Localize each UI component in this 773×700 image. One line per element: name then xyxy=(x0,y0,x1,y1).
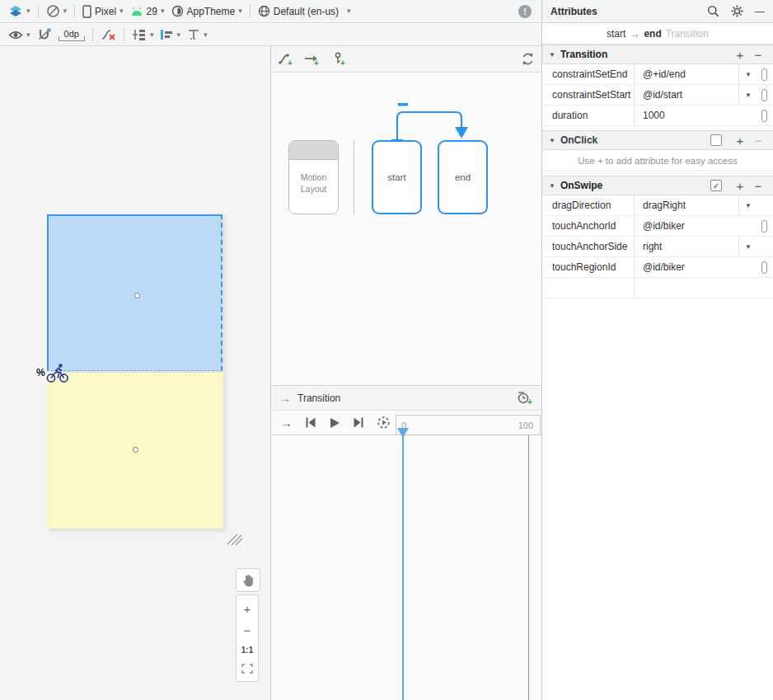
start-state-node[interactable]: start xyxy=(372,140,422,214)
motion-layout-node[interactable]: Motion Layout xyxy=(288,140,339,214)
end-state-node[interactable]: end xyxy=(438,140,488,214)
add-attribute-button[interactable]: + xyxy=(733,134,747,147)
clear-constraints-button[interactable] xyxy=(97,26,119,43)
collapse-triangle-icon[interactable]: ▼ xyxy=(549,51,555,59)
theme-selector[interactable]: AppTheme ▾ xyxy=(168,3,246,19)
attr-row-touchAnchorSide: touchAnchorSide right ▼ xyxy=(542,237,773,257)
timeline-ruler[interactable]: 0 100 xyxy=(396,415,541,435)
add-keyframe-button[interactable]: + xyxy=(517,391,533,406)
dropdown-caret-icon[interactable]: ▼ xyxy=(738,237,757,256)
zoom-fit-button[interactable] xyxy=(241,664,253,674)
zoom-actual-button[interactable]: 1:1 xyxy=(241,646,253,655)
onswipe-enabled-checkbox[interactable]: ✓ xyxy=(710,180,722,191)
dropdown-caret-icon[interactable]: ▼ xyxy=(738,85,757,105)
toolbar-separator xyxy=(124,28,124,41)
default-margins-button[interactable]: 0dp xyxy=(55,27,88,43)
zoom-out-button[interactable]: − xyxy=(244,624,251,637)
attr-value[interactable]: 1000 xyxy=(635,106,757,125)
align-button[interactable]: ▾ xyxy=(157,27,184,42)
collapse-triangle-icon[interactable]: ▼ xyxy=(549,137,555,144)
orientation-selector[interactable]: ▾ xyxy=(43,2,71,20)
attr-row-constraintSetStart: constraintSetStart @id/start ▼ xyxy=(542,85,773,106)
biker-widget[interactable] xyxy=(46,364,70,383)
end-constraint-view[interactable] xyxy=(47,373,223,529)
guidelines-icon xyxy=(187,29,200,40)
minimize-button[interactable]: — xyxy=(755,6,765,17)
orientation-icon xyxy=(46,4,60,18)
device-label: Pixel xyxy=(95,6,116,17)
resource-flag-icon xyxy=(761,220,767,233)
center-anchor-dot xyxy=(133,447,138,453)
collapse-triangle-icon[interactable]: ▼ xyxy=(549,182,555,190)
attr-value[interactable]: @+id/end xyxy=(635,64,738,84)
design-surface-selector[interactable]: ▾ xyxy=(5,3,34,20)
chevron-down-icon: ▾ xyxy=(161,7,165,15)
section-title: Transition xyxy=(560,49,607,60)
resource-flag-button[interactable] xyxy=(757,85,771,105)
attr-value[interactable]: right xyxy=(635,237,738,256)
attr-value[interactable]: @id/start xyxy=(635,85,738,105)
tick-end-label: 100 xyxy=(518,420,533,430)
create-touch-handler-button[interactable]: + xyxy=(330,52,347,67)
selection-end: end xyxy=(644,28,661,40)
device-selector[interactable]: Pixel ▾ xyxy=(79,3,127,20)
onclick-enabled-checkbox[interactable] xyxy=(710,134,722,146)
section-header-onswipe[interactable]: ▼ OnSwipe ✓ + − xyxy=(542,176,773,195)
zoom-in-button[interactable]: + xyxy=(244,603,251,615)
create-constraint-set-button[interactable]: + xyxy=(278,52,294,67)
add-attribute-button[interactable]: + xyxy=(733,49,747,61)
section-header-onclick[interactable]: ▼ OnClick + − xyxy=(542,130,773,150)
guidelines-button[interactable]: ▾ xyxy=(184,27,211,42)
attr-value[interactable]: @id/biker xyxy=(635,216,757,236)
api-level-selector[interactable]: 29 ▾ xyxy=(127,4,168,19)
add-attribute-button[interactable]: + xyxy=(733,180,747,192)
hand-icon xyxy=(242,574,255,587)
dropdown-caret-icon[interactable]: ▼ xyxy=(738,64,757,84)
section-header-transition[interactable]: ▼ Transition + − xyxy=(542,45,773,64)
motion-editor-panel: + + + Motion Layout start end → xyxy=(271,46,541,700)
transition-arrow[interactable] xyxy=(386,97,485,145)
layers-icon xyxy=(8,5,23,18)
loop-mode-button[interactable] xyxy=(377,416,391,430)
section-title: OnSwipe xyxy=(560,180,602,191)
resource-flag-button[interactable] xyxy=(757,106,771,125)
svg-text:+: + xyxy=(288,59,293,67)
go-to-end-button[interactable]: → xyxy=(280,416,293,429)
align-icon xyxy=(160,29,173,40)
remove-attribute-button[interactable]: − xyxy=(752,49,765,61)
resource-flag-button[interactable] xyxy=(757,257,771,277)
pack-button[interactable]: ▾ xyxy=(129,26,157,43)
cycle-layout-button[interactable] xyxy=(521,52,535,66)
resource-flag-button[interactable] xyxy=(757,64,771,84)
create-transition-button[interactable]: + xyxy=(304,52,321,67)
dropdown-caret-icon[interactable]: ▼ xyxy=(738,195,757,215)
toolbar-separator xyxy=(38,5,39,18)
motion-layout-node-header xyxy=(289,141,338,160)
search-button[interactable] xyxy=(707,5,719,17)
view-options-button[interactable]: ▾ xyxy=(5,28,34,42)
resource-flag-button[interactable] xyxy=(757,216,771,236)
skip-to-start-button[interactable] xyxy=(305,417,316,428)
resource-flag-icon xyxy=(761,110,767,122)
gear-icon[interactable] xyxy=(731,5,743,17)
start-constraint-view[interactable] xyxy=(47,214,223,371)
play-button[interactable] xyxy=(329,417,340,429)
attr-value[interactable]: @id/biker xyxy=(635,257,757,277)
progress-percent-label: % xyxy=(36,367,45,378)
chevron-down-icon: ▾ xyxy=(238,7,242,15)
remove-attribute-button[interactable]: − xyxy=(752,134,765,147)
section-title: OnClick xyxy=(560,134,597,146)
attr-value[interactable]: dragRight xyxy=(635,195,738,215)
locale-label: Default (en-us) xyxy=(274,6,339,17)
center-anchor-dot xyxy=(134,293,140,298)
autoconnect-button[interactable] xyxy=(34,26,55,43)
canvas-resize-handle[interactable] xyxy=(226,531,244,546)
skip-to-end-button[interactable] xyxy=(353,417,364,428)
locale-selector[interactable]: Default (en-us) ▾ xyxy=(255,3,354,19)
pack-icon xyxy=(132,28,147,41)
remove-attribute-button[interactable]: − xyxy=(752,180,765,192)
design-surface[interactable]: % + − 1:1 xyxy=(0,46,271,700)
pan-button[interactable] xyxy=(236,568,260,592)
attr-name: constraintSetStart xyxy=(542,85,635,105)
issue-indicator[interactable]: ! xyxy=(518,5,532,18)
